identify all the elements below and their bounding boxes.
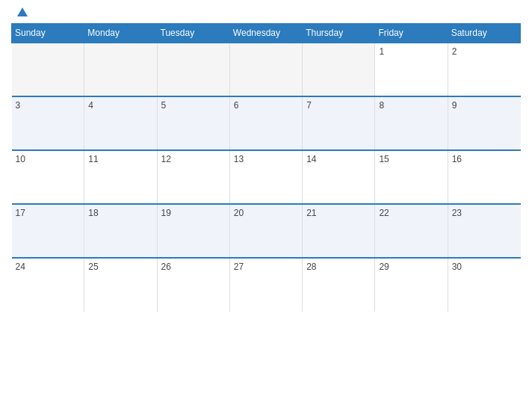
calendar-cell: 15 <box>375 150 448 204</box>
day-number: 16 <box>452 154 462 164</box>
calendar-cell: 29 <box>375 258 448 312</box>
day-number: 26 <box>161 262 171 272</box>
weekday-header-thursday: Thursday <box>303 24 375 43</box>
logo-triangle-icon <box>17 7 28 16</box>
day-number: 29 <box>379 262 389 272</box>
calendar-cell: 14 <box>303 150 375 204</box>
calendar-cell <box>229 43 302 96</box>
day-number: 10 <box>16 154 25 164</box>
calendar-cell: 6 <box>229 96 302 150</box>
day-number: 30 <box>452 262 462 272</box>
day-number: 28 <box>306 262 316 272</box>
calendar-header <box>11 7 521 17</box>
day-number: 24 <box>16 262 25 272</box>
day-number: 12 <box>161 154 171 164</box>
weekday-header-wednesday: Wednesday <box>229 24 302 43</box>
calendar-cell: 3 <box>12 96 84 150</box>
calendar-cell: 18 <box>84 204 157 258</box>
calendar-cell: 7 <box>303 96 375 150</box>
day-number: 3 <box>16 100 21 111</box>
day-number: 14 <box>306 154 316 164</box>
calendar-cell: 16 <box>448 150 520 204</box>
day-number: 11 <box>88 154 98 164</box>
day-number: 27 <box>234 262 244 272</box>
calendar-cell: 13 <box>229 150 302 204</box>
day-number: 20 <box>234 208 244 218</box>
calendar-cell: 17 <box>12 204 84 258</box>
week-row-2: 10111213141516 <box>12 150 521 204</box>
day-number: 19 <box>161 208 171 218</box>
calendar-cell: 25 <box>84 258 157 312</box>
day-number: 4 <box>88 100 93 111</box>
day-number: 8 <box>379 100 384 111</box>
calendar-grid: SundayMondayTuesdayWednesdayThursdayFrid… <box>11 23 521 312</box>
calendar-cell <box>303 43 375 96</box>
calendar-cell: 24 <box>12 258 84 312</box>
calendar-cell: 4 <box>84 96 157 150</box>
day-number: 9 <box>452 100 457 111</box>
day-number: 7 <box>306 100 312 111</box>
calendar-cell: 22 <box>375 204 448 258</box>
calendar-cell: 21 <box>303 204 375 258</box>
calendar-cell: 27 <box>229 258 302 312</box>
weekday-header-row: SundayMondayTuesdayWednesdayThursdayFrid… <box>12 24 521 43</box>
calendar-cell: 2 <box>448 43 520 96</box>
calendar-container: SundayMondayTuesdayWednesdayThursdayFrid… <box>0 0 532 411</box>
calendar-cell: 9 <box>448 96 520 150</box>
calendar-cell: 30 <box>448 258 520 312</box>
weekday-header-tuesday: Tuesday <box>157 24 229 43</box>
weekday-header-friday: Friday <box>375 24 448 43</box>
day-number: 5 <box>161 100 167 111</box>
day-number: 6 <box>234 100 239 111</box>
day-number: 13 <box>234 154 244 164</box>
week-row-1: 3456789 <box>12 96 521 150</box>
logo <box>14 7 28 17</box>
day-number: 23 <box>452 208 462 218</box>
calendar-cell: 19 <box>157 204 229 258</box>
calendar-cell: 26 <box>157 258 229 312</box>
calendar-cell: 5 <box>157 96 229 150</box>
day-number: 1 <box>379 46 384 57</box>
week-row-0: 12 <box>12 43 521 96</box>
calendar-cell: 20 <box>229 204 302 258</box>
weekday-header-sunday: Sunday <box>12 24 84 43</box>
day-number: 2 <box>452 46 457 57</box>
day-number: 17 <box>16 208 25 218</box>
calendar-cell: 28 <box>303 258 375 312</box>
calendar-cell <box>84 43 157 96</box>
calendar-cell: 12 <box>157 150 229 204</box>
calendar-cell: 8 <box>375 96 448 150</box>
day-number: 21 <box>306 208 316 218</box>
calendar-cell: 11 <box>84 150 157 204</box>
weekday-header-saturday: Saturday <box>448 24 520 43</box>
calendar-cell <box>157 43 229 96</box>
day-number: 15 <box>379 154 389 164</box>
calendar-cell: 10 <box>12 150 84 204</box>
calendar-cell: 23 <box>448 204 520 258</box>
week-row-3: 17181920212223 <box>12 204 521 258</box>
week-row-4: 24252627282930 <box>12 258 521 312</box>
day-number: 18 <box>88 208 98 218</box>
day-number: 25 <box>88 262 98 272</box>
calendar-cell <box>12 43 84 96</box>
weekday-header-monday: Monday <box>84 24 157 43</box>
calendar-cell: 1 <box>375 43 448 96</box>
day-number: 22 <box>379 208 389 218</box>
